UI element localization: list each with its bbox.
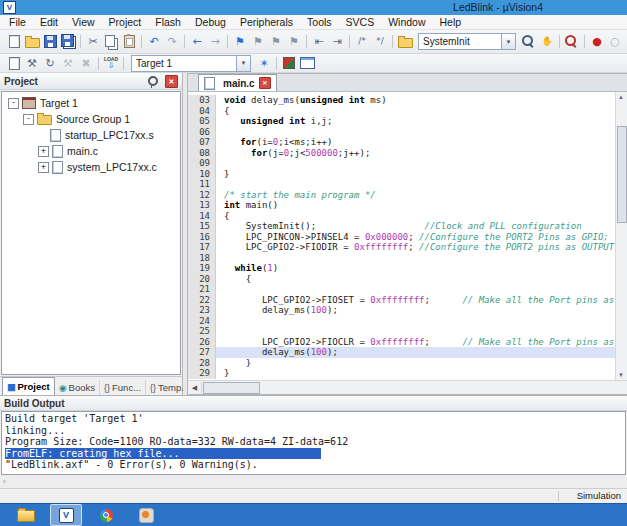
menu-debug[interactable]: Debug: [188, 16, 233, 28]
scroll-left-icon[interactable]: ‹: [3, 477, 6, 486]
find-next-button[interactable]: ✋: [538, 33, 556, 50]
horizontal-scroll-thumb[interactable]: [203, 382, 260, 394]
enable-disable-breakpoint-button[interactable]: ○: [606, 33, 624, 50]
options-for-target-button[interactable]: ✶: [255, 55, 273, 72]
code-line[interactable]: 25: [188, 326, 615, 337]
code-line[interactable]: 12/* start the main program */: [188, 190, 615, 201]
scroll-left-icon[interactable]: ◀: [188, 382, 202, 394]
menu-project[interactable]: Project: [102, 16, 149, 28]
cut-button[interactable]: ✂: [84, 33, 102, 50]
new-file-button[interactable]: [5, 33, 23, 50]
build-output-log[interactable]: Build target 'Target 1'linking...Program…: [1, 411, 626, 475]
build-target-button[interactable]: ⚒: [23, 55, 41, 72]
uncomment-selection-button[interactable]: */: [371, 33, 389, 50]
editor-horizontal-scrollbar[interactable]: ◀: [188, 380, 627, 394]
tree-item-source-group-1[interactable]: -Source Group 1: [2, 111, 180, 127]
tree-item-system-lpc17xx-c[interactable]: +system_LPC17xx.c: [2, 159, 180, 175]
rebuild-all-button[interactable]: ↻: [41, 55, 59, 72]
taskbar-file-explorer[interactable]: [10, 504, 42, 526]
insert-breakpoint-button[interactable]: ●: [588, 33, 606, 50]
save-button[interactable]: [41, 33, 59, 50]
tree-item-main-c[interactable]: +main.c: [2, 143, 180, 159]
code-line[interactable]: 13int main(): [188, 200, 615, 211]
bookmark-clear-all-button[interactable]: ⚑: [285, 33, 303, 50]
close-tab-button[interactable]: ✕: [259, 77, 271, 89]
code-line[interactable]: 03void delay_ms(unsigned int ms): [188, 95, 615, 106]
code-lines[interactable]: 03void delay_ms(unsigned int ms)04{05 un…: [188, 92, 615, 380]
tree-expander[interactable]: -: [23, 114, 34, 125]
menu-flash[interactable]: Flash: [148, 16, 188, 28]
code-line[interactable]: 11: [188, 179, 615, 190]
code-line[interactable]: 04{: [188, 106, 615, 117]
code-line[interactable]: 24: [188, 316, 615, 327]
code-line[interactable]: 06: [188, 127, 615, 138]
undo-button[interactable]: ↶: [145, 33, 163, 50]
translate-file-button[interactable]: [5, 55, 23, 72]
chevron-down-icon[interactable]: ▼: [236, 56, 250, 71]
close-panel-button[interactable]: ✕: [165, 75, 178, 88]
function-combo[interactable]: SystemInit▼: [418, 33, 516, 50]
taskbar-generic-app[interactable]: [130, 504, 162, 526]
redo-button[interactable]: ↷: [163, 33, 181, 50]
code-line[interactable]: 22 LPC_GPIO2->FIOSET = 0xffffffff; // Ma…: [188, 295, 615, 306]
download-to-flash-button[interactable]: LOAD⇩: [102, 55, 120, 72]
code-line[interactable]: 27 delay_ms(100);: [188, 347, 615, 358]
code-line[interactable]: 29}: [188, 368, 615, 379]
code-line[interactable]: 16 LPC_PINCON->PINSEL4 = 0x000000; //Con…: [188, 232, 615, 243]
outdent-button[interactable]: ⇤: [310, 33, 328, 50]
code-line[interactable]: 28 }: [188, 358, 615, 369]
navigate-forward-button[interactable]: →: [206, 33, 224, 50]
code-line[interactable]: 26 LPC_GPIO2->FIOCLR = 0xffffffff; // Ma…: [188, 337, 615, 348]
bookmark-previous-button[interactable]: ⚑: [249, 33, 267, 50]
code-line[interactable]: 14{: [188, 211, 615, 222]
save-all-button[interactable]: [59, 33, 77, 50]
taskbar-uvision[interactable]: V: [50, 504, 82, 526]
scroll-up-icon[interactable]: ▲: [616, 92, 626, 102]
tree-expander[interactable]: +: [38, 162, 49, 173]
menu-window[interactable]: Window: [381, 16, 432, 28]
menu-tools[interactable]: Tools: [300, 16, 339, 28]
tab-project[interactable]: ▦Project: [2, 377, 55, 395]
project-tree[interactable]: -Target 1-Source Group 1startup_LPC17xx.…: [1, 91, 181, 375]
manage-multi-project-button[interactable]: [298, 55, 316, 72]
editor-vertical-scrollbar[interactable]: ▲ ▼: [615, 92, 627, 380]
search-text-button[interactable]: [520, 33, 538, 50]
navigate-back-button[interactable]: ←: [188, 33, 206, 50]
code-line[interactable]: 08 for(j=0;j<500000;j++);: [188, 148, 615, 159]
tree-expander[interactable]: -: [8, 98, 19, 109]
menu-help[interactable]: Help: [433, 16, 469, 28]
code-line[interactable]: 23 delay_ms(100);: [188, 305, 615, 316]
code-line[interactable]: 19 while(1): [188, 263, 615, 274]
code-line[interactable]: 15 SystemInit(); //Clock and PLL configu…: [188, 221, 615, 232]
vertical-scroll-thumb[interactable]: [617, 126, 627, 223]
code-line[interactable]: 18: [188, 253, 615, 264]
manage-project-items-button[interactable]: [280, 55, 298, 72]
code-line[interactable]: 07 for(i=0;i<ms;i++): [188, 137, 615, 148]
menu-peripherals[interactable]: Peripherals: [233, 16, 300, 28]
code-line[interactable]: 09: [188, 158, 615, 169]
code-line[interactable]: 05 unsigned int i,j;: [188, 116, 615, 127]
indent-button[interactable]: ⇥: [328, 33, 346, 50]
tree-item-target-1[interactable]: -Target 1: [2, 95, 180, 111]
comment-selection-button[interactable]: /*: [353, 33, 371, 50]
tab-books[interactable]: ◉Books: [55, 380, 100, 395]
menu-svcs[interactable]: SVCS: [339, 16, 382, 28]
editor-tab-main-c[interactable]: main.c ✕: [198, 74, 277, 91]
bookmark-toggle-button[interactable]: ⚑: [231, 33, 249, 50]
copy-button[interactable]: [102, 33, 120, 50]
scroll-down-icon[interactable]: ▼: [616, 370, 626, 380]
chevron-down-icon[interactable]: ▼: [501, 34, 515, 49]
tab-functions[interactable]: {}Func...: [100, 380, 146, 395]
run-to-line-button[interactable]: [563, 33, 581, 50]
paste-button[interactable]: [120, 33, 138, 50]
find-in-files-button[interactable]: [396, 33, 414, 50]
target-combo[interactable]: Target 1▼: [131, 55, 251, 72]
build-output-scrollbar[interactable]: ‹: [0, 475, 627, 488]
code-line[interactable]: 10}: [188, 169, 615, 180]
taskbar-chrome[interactable]: [90, 504, 122, 526]
tree-item-startup-lpc17xx-s[interactable]: startup_LPC17xx.s: [2, 127, 180, 143]
bookmark-next-button[interactable]: ⚑: [267, 33, 285, 50]
menu-view[interactable]: View: [65, 16, 102, 28]
tree-expander[interactable]: +: [38, 146, 49, 157]
pin-icon[interactable]: [148, 76, 158, 86]
